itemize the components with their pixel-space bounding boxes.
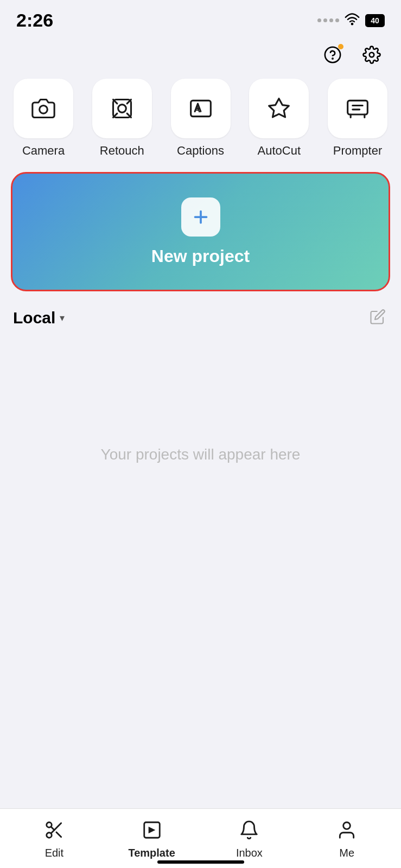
signal-dot-1 (317, 18, 321, 22)
prompter-icon-box (328, 79, 387, 138)
retouch-label: Retouch (100, 144, 144, 158)
signal-dot-3 (329, 18, 333, 22)
svg-point-2 (332, 58, 333, 59)
nav-edit[interactable]: Edit (27, 820, 81, 859)
person-icon (336, 820, 357, 843)
top-actions (0, 36, 401, 73)
autocut-label: AutoCut (258, 144, 301, 158)
new-project-button[interactable]: New project (11, 172, 390, 291)
captions-icon-box: A (171, 79, 231, 138)
settings-button[interactable] (358, 41, 386, 69)
wifi-icon (345, 12, 360, 29)
local-title: Local (13, 309, 55, 327)
svg-marker-25 (148, 827, 155, 834)
quick-tools: Camera Retouch A Captions (0, 73, 401, 161)
svg-point-26 (343, 822, 351, 829)
local-dropdown-icon: ▾ (60, 312, 65, 324)
svg-point-0 (352, 23, 353, 24)
signal-dot-4 (335, 18, 339, 22)
camera-label: Camera (22, 144, 65, 158)
signal-dots (317, 18, 339, 22)
nav-edit-label: Edit (45, 847, 63, 859)
status-icons: 40 (317, 12, 385, 29)
local-title-row[interactable]: Local ▾ (13, 309, 65, 327)
empty-state-message: Your projects will appear here (101, 446, 301, 463)
local-section-header: Local ▾ (0, 291, 401, 337)
bell-icon (239, 820, 259, 843)
nav-inbox[interactable]: Inbox (222, 820, 276, 859)
bottom-nav: Edit Template Inbox Me (0, 808, 401, 868)
svg-point-3 (370, 53, 374, 58)
notification-dot (338, 44, 343, 49)
new-project-label: New project (151, 246, 250, 266)
nav-template[interactable]: Template (125, 820, 179, 859)
tool-autocut[interactable]: AutoCut (246, 79, 311, 158)
svg-point-4 (40, 106, 48, 114)
nav-template-label: Template (128, 847, 175, 859)
help-button[interactable] (319, 41, 347, 69)
tool-retouch[interactable]: Retouch (90, 79, 155, 158)
svg-point-6 (118, 105, 126, 113)
tool-camera[interactable]: Camera (11, 79, 76, 158)
nav-me[interactable]: Me (320, 820, 374, 859)
signal-dot-2 (323, 18, 327, 22)
edit-button[interactable] (367, 307, 388, 329)
svg-rect-14 (348, 100, 368, 114)
nav-inbox-label: Inbox (236, 847, 263, 859)
status-bar: 2:26 40 (0, 0, 401, 36)
svg-line-23 (51, 827, 54, 830)
tool-captions[interactable]: A Captions (168, 79, 233, 158)
autocut-icon-box (249, 79, 309, 138)
new-project-wrapper: New project (0, 161, 401, 291)
template-icon (142, 820, 162, 843)
captions-label: Captions (177, 144, 224, 158)
tool-prompter[interactable]: Prompter (325, 79, 390, 158)
status-time: 2:26 (16, 10, 53, 31)
empty-state: Your projects will appear here (0, 337, 401, 572)
prompter-label: Prompter (333, 144, 382, 158)
scissors-icon (44, 820, 65, 843)
camera-icon-box (14, 79, 73, 138)
svg-marker-13 (269, 99, 289, 117)
svg-line-22 (56, 832, 61, 837)
nav-me-label: Me (339, 847, 354, 859)
svg-point-1 (325, 47, 340, 62)
retouch-icon-box (92, 79, 152, 138)
battery-indicator: 40 (365, 14, 385, 27)
new-project-plus-icon (181, 197, 220, 237)
